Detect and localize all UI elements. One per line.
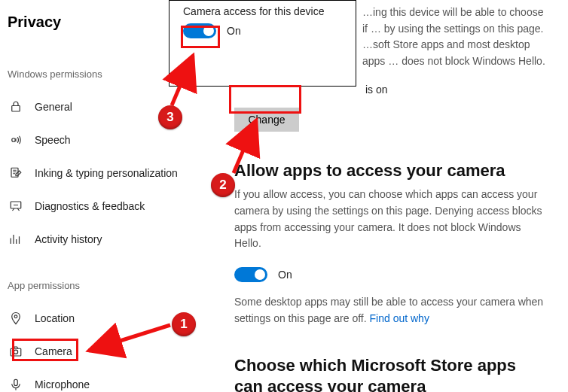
change-button[interactable]: Change [234,108,299,132]
sidebar-item-general[interactable]: General [8,90,215,123]
camera-access-toggle[interactable] [183,23,216,38]
svg-rect-7 [14,379,18,385]
camera-access-toggle-label: On [227,25,241,37]
allow-apps-toggle-label: On [278,269,292,281]
svg-point-4 [14,315,17,318]
lock-icon [8,100,24,114]
activity-icon [8,232,24,246]
sidebar-item-inking[interactable]: Inking & typing personalization [8,156,215,190]
sidebar-item-label: Microphone [35,378,90,390]
allow-apps-description: If you allow access, you can choose whic… [234,187,545,252]
allow-apps-heading: Allow apps to access your camera [234,160,545,181]
svg-point-6 [14,350,17,354]
annotation-step-3: 3 [158,105,182,129]
svg-rect-0 [12,106,20,112]
desktop-apps-note: Some desktop apps may still be able to a… [234,294,545,327]
group-app-permissions: App permissions [8,280,215,291]
sidebar-item-label: Diagnostics & feedback [35,200,145,212]
sidebar-item-diagnostics[interactable]: Diagnostics & feedback [8,190,215,223]
annotation-step-1: 1 [172,312,196,336]
sidebar-item-label: Location [35,312,75,324]
location-icon [8,311,24,325]
inking-icon [8,166,24,180]
sidebar-item-label: Camera [35,345,72,357]
choose-apps-heading: Choose which Microsoft Store apps can ac… [234,355,545,392]
sidebar-item-activity[interactable]: Activity history [8,223,215,256]
speech-icon [8,133,24,147]
find-out-why-link[interactable]: Find out why [370,312,429,324]
allow-apps-toggle[interactable] [234,267,267,282]
sidebar-item-label: General [35,101,72,113]
sidebar-item-label: Speech [35,134,70,146]
annotation-step-2: 2 [211,173,235,197]
popup-title: Camera access for this device [183,5,345,17]
sidebar-item-camera[interactable]: Camera [8,335,215,368]
feedback-icon [8,199,24,213]
camera-access-popup: Camera access for this device On [169,0,356,87]
sidebar-item-label: Activity history [35,233,102,245]
sidebar-item-microphone[interactable]: Microphone [8,368,215,392]
sidebar-item-speech[interactable]: Speech [8,123,215,156]
camera-icon [8,345,24,358]
svg-point-1 [12,138,16,142]
sidebar-item-label: Inking & typing personalization [35,167,178,179]
microphone-icon [8,378,24,391]
